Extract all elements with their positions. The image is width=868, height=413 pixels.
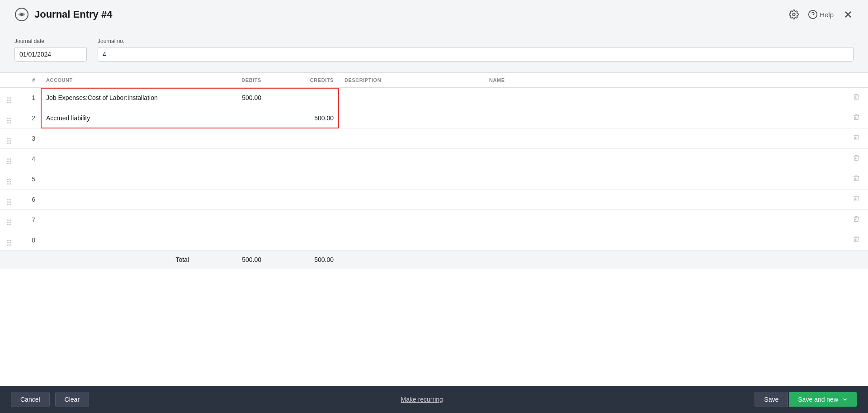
total-label: Total (0, 251, 194, 269)
drag-handle[interactable] (0, 88, 18, 108)
journal-date-input[interactable] (14, 47, 87, 62)
row-description[interactable] (339, 149, 484, 169)
col-debits-header: DEBITS (194, 73, 267, 88)
col-drag-header (0, 73, 18, 88)
row-number: 2 (18, 108, 41, 128)
row-account[interactable] (41, 230, 194, 251)
clear-button[interactable]: Clear (55, 392, 89, 407)
trash-icon (853, 114, 860, 121)
row-name[interactable] (484, 128, 844, 149)
form-area: Journal date Journal no. (0, 29, 868, 72)
row-description[interactable] (339, 210, 484, 230)
svg-point-2 (793, 13, 795, 16)
row-name[interactable] (484, 149, 844, 169)
svg-point-1 (20, 13, 23, 16)
delete-row-button[interactable] (850, 214, 863, 225)
save-and-new-button[interactable]: Save and new (789, 392, 857, 407)
row-name[interactable] (484, 210, 844, 230)
help-button[interactable]: Help (808, 9, 834, 19)
row-number: 7 (18, 210, 41, 230)
row-name[interactable] (484, 108, 844, 128)
page-title: Journal Entry #4 (34, 9, 112, 20)
delete-row-button[interactable] (850, 174, 863, 185)
row-debits[interactable] (194, 210, 267, 230)
drag-handle[interactable] (0, 210, 18, 230)
row-debits[interactable] (194, 149, 267, 169)
row-account[interactable] (41, 149, 194, 169)
drag-handle[interactable] (0, 230, 18, 251)
row-account[interactable] (41, 190, 194, 210)
row-debits[interactable] (194, 108, 267, 128)
row-name[interactable] (484, 230, 844, 251)
total-row: Total 500.00 500.00 (0, 251, 868, 269)
row-number: 5 (18, 169, 41, 190)
chevron-down-icon (842, 396, 848, 403)
row-actions (844, 128, 868, 149)
row-account[interactable] (41, 169, 194, 190)
close-icon (843, 9, 854, 20)
col-name-header: NAME (484, 73, 844, 88)
delete-row-button[interactable] (850, 235, 863, 246)
col-actions-header (844, 73, 868, 88)
drag-handle[interactable] (0, 190, 18, 210)
row-credits[interactable] (267, 128, 339, 149)
row-credits[interactable] (267, 230, 339, 251)
drag-handle[interactable] (0, 169, 18, 190)
row-debits[interactable]: 500.00 (194, 88, 267, 108)
row-debits[interactable] (194, 190, 267, 210)
cancel-button[interactable]: Cancel (11, 392, 50, 407)
row-description[interactable] (339, 128, 484, 149)
row-description[interactable] (339, 230, 484, 251)
table-container: # ACCOUNT DEBITS CREDITS DESCRIPTION NAM… (0, 72, 868, 386)
delete-row-button[interactable] (850, 153, 863, 164)
row-debits[interactable] (194, 169, 267, 190)
row-description[interactable] (339, 190, 484, 210)
table-row: 6 (0, 190, 868, 210)
row-name[interactable] (484, 88, 844, 108)
save-button[interactable]: Save (755, 392, 788, 407)
delete-row-button[interactable] (850, 133, 863, 144)
row-account[interactable] (41, 210, 194, 230)
col-hash-header: # (18, 73, 41, 88)
footer-left: Cancel Clear (11, 392, 89, 407)
table-row: 8 (0, 230, 868, 251)
table-row: 3 (0, 128, 868, 149)
row-credits[interactable] (267, 169, 339, 190)
row-credits[interactable] (267, 190, 339, 210)
row-debits[interactable] (194, 128, 267, 149)
journal-no-input[interactable] (98, 47, 854, 62)
row-name[interactable] (484, 190, 844, 210)
row-debits[interactable] (194, 230, 267, 251)
row-account[interactable]: Accrued liability (41, 108, 194, 128)
trash-icon (853, 93, 860, 100)
drag-handle[interactable] (0, 108, 18, 128)
drag-handle[interactable] (0, 128, 18, 149)
close-button[interactable] (843, 9, 854, 20)
trash-icon (853, 195, 860, 202)
row-credits[interactable] (267, 210, 339, 230)
row-credits[interactable] (267, 88, 339, 108)
journal-date-label: Journal date (14, 38, 87, 44)
delete-row-button[interactable] (850, 113, 863, 123)
header-right: Help (789, 9, 854, 20)
row-account[interactable]: Job Expenses:Cost of Labor:Installation (41, 88, 194, 108)
make-recurring-button[interactable]: Make recurring (401, 396, 443, 403)
journal-no-label: Journal no. (98, 38, 854, 44)
row-account[interactable] (41, 128, 194, 149)
row-name[interactable] (484, 169, 844, 190)
delete-row-button[interactable] (850, 92, 863, 103)
header: Journal Entry #4 Help (0, 0, 868, 29)
row-description[interactable] (339, 88, 484, 108)
table-header: # ACCOUNT DEBITS CREDITS DESCRIPTION NAM… (0, 73, 868, 88)
row-number: 1 (18, 88, 41, 108)
row-actions (844, 149, 868, 169)
drag-handle[interactable] (0, 149, 18, 169)
row-description[interactable] (339, 108, 484, 128)
row-actions (844, 169, 868, 190)
row-credits[interactable]: 500.00 (267, 108, 339, 128)
settings-button[interactable] (789, 9, 799, 19)
row-credits[interactable] (267, 149, 339, 169)
row-description[interactable] (339, 169, 484, 190)
delete-row-button[interactable] (850, 194, 863, 205)
gear-icon (789, 9, 799, 19)
